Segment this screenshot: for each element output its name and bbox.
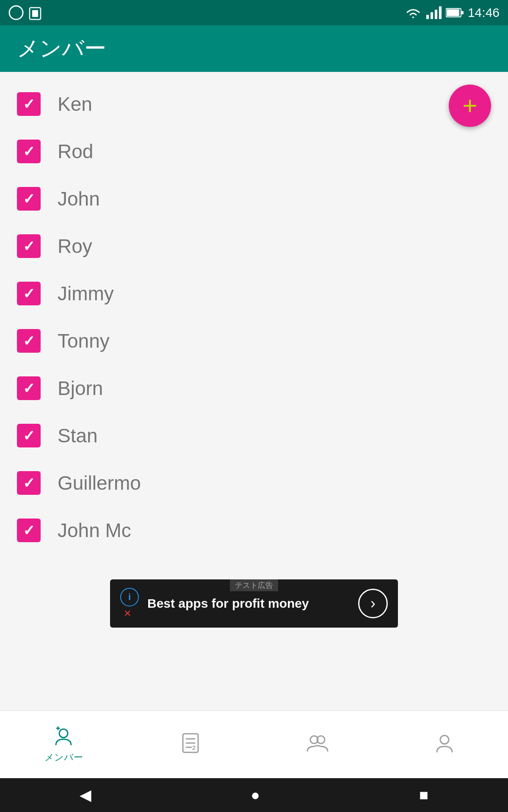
nav-item-notes[interactable]: 2: [127, 732, 254, 757]
ad-text: Best apps for profit money: [147, 596, 350, 611]
list-item[interactable]: ✓Bjorn: [0, 365, 508, 412]
svg-rect-4: [431, 12, 433, 19]
back-button[interactable]: ◀: [80, 786, 91, 804]
status-bar-left: [8, 5, 41, 20]
system-nav-bar: ◀ ● ■: [0, 778, 508, 812]
checkmark-icon: ✓: [23, 332, 35, 349]
member-name: John Mc: [58, 519, 131, 542]
checkmark-icon: ✓: [23, 96, 35, 112]
svg-rect-3: [426, 15, 429, 19]
nav-item-members[interactable]: メンバー: [0, 726, 127, 764]
checkmark-icon: ✓: [23, 190, 35, 207]
ad-banner[interactable]: テスト広告 i ✕ Best apps for profit money ›: [110, 579, 398, 628]
list-item[interactable]: ✓Ken: [0, 80, 508, 128]
page-title: メンバー: [17, 34, 106, 63]
ad-label: テスト広告: [230, 579, 278, 591]
svg-rect-5: [435, 10, 437, 19]
notes-nav-icon: 2: [179, 732, 202, 754]
status-bar: 14:46: [0, 0, 508, 25]
groups-nav-icon: [306, 732, 329, 754]
svg-rect-8: [447, 9, 459, 16]
profile-nav-icon: [433, 732, 456, 754]
cellular-icon: [426, 6, 442, 19]
svg-rect-9: [461, 11, 464, 14]
checkmark-icon: ✓: [23, 522, 35, 539]
member-list: ✓Ken✓Rod✓John✓Roy✓Jimmy✓Tonny✓Bjorn✓Stan…: [0, 80, 508, 554]
ad-close-icon[interactable]: ✕: [124, 608, 131, 619]
checkbox[interactable]: ✓: [17, 92, 41, 116]
checkmark-icon: ✓: [23, 143, 35, 160]
nav-item-profile[interactable]: [381, 732, 508, 757]
list-item[interactable]: ✓Stan: [0, 412, 508, 459]
members-nav-icon: [52, 726, 75, 748]
wifi-icon: [404, 6, 422, 19]
checkbox[interactable]: ✓: [17, 140, 41, 163]
checkbox[interactable]: ✓: [17, 424, 41, 447]
app-bar: メンバー: [0, 25, 508, 72]
main-content: + ✓Ken✓Rod✓John✓Roy✓Jimmy✓Tonny✓Bjorn✓St…: [0, 72, 508, 710]
ad-container: テスト広告 i ✕ Best apps for profit money ›: [0, 567, 508, 640]
checkbox[interactable]: ✓: [17, 329, 41, 353]
member-name: Guillermo: [58, 472, 141, 494]
bottom-nav: メンバー 2: [0, 710, 508, 778]
member-name: Tonny: [58, 329, 110, 352]
nav-label-members: メンバー: [44, 751, 83, 764]
time-display: 14:46: [468, 5, 500, 20]
checkbox[interactable]: ✓: [17, 518, 41, 542]
list-item[interactable]: ✓John: [0, 175, 508, 222]
status-bar-right: 14:46: [404, 5, 500, 20]
battery-icon: [446, 8, 464, 18]
notification-icon: [8, 5, 24, 20]
member-name: Roy: [58, 235, 92, 258]
svg-point-20: [440, 735, 449, 744]
member-name: Rod: [58, 140, 93, 163]
list-item[interactable]: ✓Guillermo: [0, 459, 508, 507]
recent-button[interactable]: ■: [419, 786, 428, 804]
ad-info-icon: i: [120, 588, 139, 606]
list-item[interactable]: ✓Roy: [0, 222, 508, 270]
checkbox[interactable]: ✓: [17, 376, 41, 400]
checkmark-icon: ✓: [23, 380, 35, 397]
checkbox[interactable]: ✓: [17, 282, 41, 305]
member-name: John: [58, 187, 100, 210]
checkbox[interactable]: ✓: [17, 471, 41, 495]
svg-point-0: [9, 6, 23, 19]
add-member-button[interactable]: +: [449, 85, 491, 127]
member-name: Jimmy: [58, 282, 114, 305]
svg-text:2: 2: [192, 744, 196, 751]
checkmark-icon: ✓: [23, 238, 35, 255]
home-button[interactable]: ●: [251, 786, 260, 804]
member-name: Stan: [58, 424, 98, 447]
svg-rect-2: [32, 10, 38, 17]
list-item[interactable]: ✓Rod: [0, 128, 508, 175]
list-item[interactable]: ✓Tonny: [0, 317, 508, 365]
checkmark-icon: ✓: [23, 285, 35, 302]
nav-item-groups[interactable]: [254, 732, 381, 757]
checkbox[interactable]: ✓: [17, 234, 41, 258]
checkmark-icon: ✓: [23, 427, 35, 444]
list-item[interactable]: ✓John Mc: [0, 507, 508, 554]
list-item[interactable]: ✓Jimmy: [0, 270, 508, 317]
svg-point-10: [59, 729, 68, 738]
ad-arrow-button[interactable]: ›: [358, 589, 388, 618]
svg-rect-6: [439, 6, 442, 19]
checkmark-icon: ✓: [23, 475, 35, 491]
add-icon: +: [462, 93, 477, 118]
sim-icon: [29, 5, 41, 20]
member-name: Ken: [58, 93, 92, 115]
member-name: Bjorn: [58, 377, 103, 400]
checkbox[interactable]: ✓: [17, 187, 41, 211]
